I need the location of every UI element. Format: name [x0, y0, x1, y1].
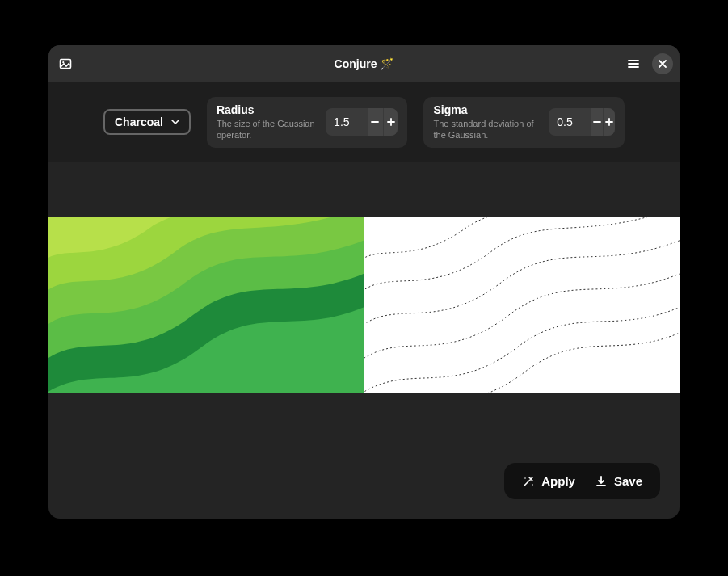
minus-icon — [592, 117, 602, 127]
sigma-decrement-button[interactable] — [591, 108, 603, 136]
filter-dropdown[interactable]: Charcoal — [103, 109, 191, 135]
save-button[interactable]: Save — [595, 474, 642, 488]
preview-split — [48, 217, 680, 393]
radius-increment-button[interactable] — [383, 108, 398, 136]
sigma-label: Sigma — [433, 103, 541, 116]
radius-input[interactable] — [326, 108, 368, 136]
filter-toolbar: Charcoal Radius The size of the Gaussian… — [48, 82, 680, 162]
apply-button[interactable]: Apply — [522, 474, 575, 488]
sigma-description: The standard deviation of the Gaussian. — [433, 118, 541, 141]
svg-rect-3 — [364, 217, 680, 393]
minus-icon — [370, 117, 380, 127]
plus-icon — [386, 117, 396, 127]
footer: Apply Save — [48, 448, 680, 519]
action-bar: Apply Save — [504, 463, 660, 499]
filter-selected-label: Charcoal — [115, 116, 163, 128]
plus-icon — [604, 117, 614, 127]
close-icon — [658, 59, 667, 69]
window-title: Conjure 🪄 — [48, 57, 680, 70]
sigma-increment-button[interactable] — [603, 108, 615, 136]
radius-decrement-button[interactable] — [368, 108, 382, 136]
sigma-spinbox — [549, 108, 615, 136]
wand-icon — [522, 475, 535, 488]
svg-point-4 — [524, 477, 526, 479]
image-icon-button[interactable] — [55, 53, 76, 74]
sigma-input[interactable] — [549, 108, 591, 136]
preview-original — [48, 217, 364, 393]
radius-description: The size of the Gaussian operator. — [217, 118, 318, 141]
svg-point-5 — [532, 484, 533, 486]
radius-spinbox — [326, 108, 398, 136]
preview-area — [48, 162, 680, 448]
preview-result — [364, 217, 680, 393]
app-window: Conjure 🪄 Charcoal Radius Th — [48, 45, 680, 519]
radius-group: Radius The size of the Gaussian operator… — [207, 97, 408, 148]
hamburger-menu-button[interactable] — [623, 53, 644, 74]
apply-label: Apply — [541, 474, 575, 488]
caret-down-icon — [171, 120, 179, 124]
titlebar: Conjure 🪄 — [48, 45, 680, 82]
save-label: Save — [614, 474, 642, 488]
image-icon — [59, 57, 72, 70]
download-icon — [595, 475, 608, 488]
hamburger-icon — [627, 57, 640, 70]
sigma-group: Sigma The standard deviation of the Gaus… — [423, 97, 625, 148]
radius-label: Radius — [217, 103, 318, 116]
close-button[interactable] — [652, 53, 673, 74]
